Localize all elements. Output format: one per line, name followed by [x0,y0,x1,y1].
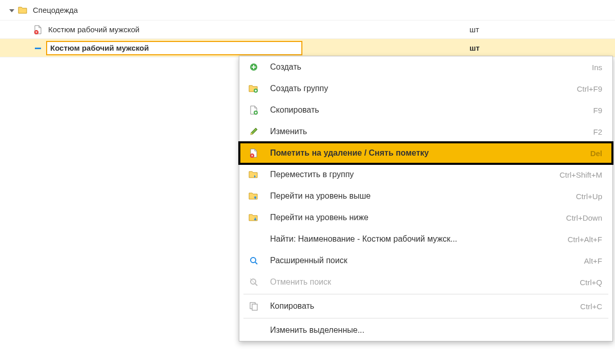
item-name: Костюм рабочий мужской [48,25,139,34]
tree-group-row[interactable]: Спецодежда [0,0,615,20]
tree-view: Спецодежда Костюм рабочий мужской шт Кос… [0,0,615,57]
item-unit: шт [459,44,613,52]
context-menu: Создать Ins Создать группу Ctrl+F9 Скопи… [239,56,613,57]
item-name-edit[interactable]: Костюм рабочий мужской [46,41,302,55]
group-label: Спецодежда [33,6,78,14]
expand-icon[interactable] [8,7,14,13]
item-unit: шт [459,25,613,34]
tree-item-row-selected[interactable]: Костюм рабочий мужской шт [0,39,615,57]
item-marked-delete-icon [33,25,44,34]
tree-item-row[interactable]: Костюм рабочий мужской шт [0,20,615,39]
item-icon [33,44,44,53]
ctx-create[interactable]: Создать Ins [239,56,612,57]
folder-icon [17,6,29,15]
